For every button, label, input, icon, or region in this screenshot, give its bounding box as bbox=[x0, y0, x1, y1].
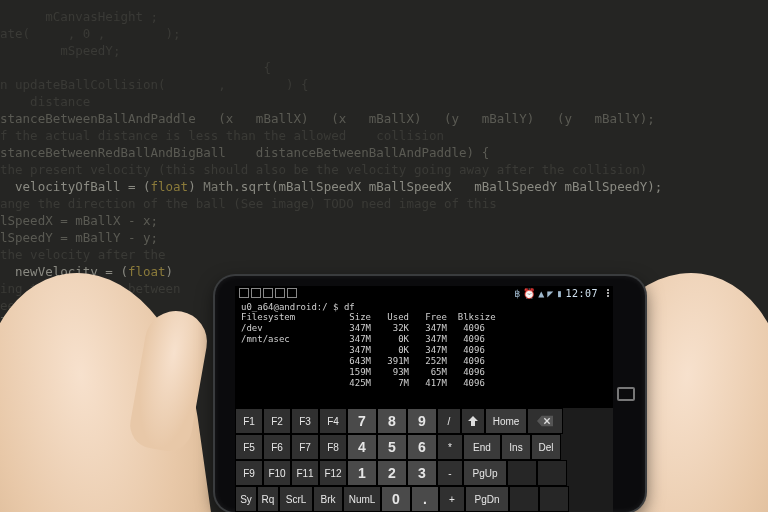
key-f2[interactable]: F2 bbox=[263, 408, 291, 434]
key-8[interactable]: 8 bbox=[377, 408, 407, 434]
phone-screen: ฿ ⏰ ▲ ◤ ▮ 12:07 u0_a64@android:/ $ df Fi… bbox=[235, 286, 613, 512]
key-9[interactable]: 9 bbox=[407, 408, 437, 434]
key-end[interactable]: End bbox=[463, 434, 501, 460]
key-del[interactable]: Del bbox=[531, 434, 561, 460]
signal-icon: ◤ bbox=[547, 288, 553, 299]
key-f1[interactable]: F1 bbox=[235, 408, 263, 434]
key-f9[interactable]: F9 bbox=[235, 460, 263, 486]
key-scrl[interactable]: ScrL bbox=[279, 486, 313, 512]
key-backspace[interactable] bbox=[527, 408, 563, 434]
key-f12[interactable]: F12 bbox=[319, 460, 347, 486]
key-f4[interactable]: F4 bbox=[319, 408, 347, 434]
key-brk[interactable]: Brk bbox=[313, 486, 343, 512]
alarm-icon: ⏰ bbox=[523, 288, 535, 299]
key-7[interactable]: 7 bbox=[347, 408, 377, 434]
key-blank bbox=[539, 486, 569, 512]
status-notification-icons bbox=[239, 288, 297, 298]
key-sy[interactable]: Sy bbox=[235, 486, 257, 512]
key-0[interactable]: 0 bbox=[381, 486, 411, 512]
key-f6[interactable]: F6 bbox=[263, 434, 291, 460]
key-4[interactable]: 4 bbox=[347, 434, 377, 460]
key-f8[interactable]: F8 bbox=[319, 434, 347, 460]
status-clock: 12:07 bbox=[565, 288, 598, 299]
key-blank bbox=[509, 486, 539, 512]
key-f7[interactable]: F7 bbox=[291, 434, 319, 460]
key-f3[interactable]: F3 bbox=[291, 408, 319, 434]
wifi-icon: ▲ bbox=[538, 288, 544, 299]
key-5[interactable]: 5 bbox=[377, 434, 407, 460]
terminal-output: Filesystem Size Used Free Blksize /dev 3… bbox=[235, 312, 613, 389]
android-status-bar: ฿ ⏰ ▲ ◤ ▮ 12:07 bbox=[235, 286, 613, 300]
soft-keyboard: F1F2F3F4789/HomeF5F6F7F8456*EndInsDelF9F… bbox=[235, 408, 613, 512]
key-[interactable]: + bbox=[439, 486, 465, 512]
key-home[interactable]: Home bbox=[485, 408, 527, 434]
key-blank bbox=[537, 460, 567, 486]
key-numl[interactable]: NumL bbox=[343, 486, 381, 512]
key-f5[interactable]: F5 bbox=[235, 434, 263, 460]
key-/[interactable]: / bbox=[437, 408, 461, 434]
key-ins[interactable]: Ins bbox=[501, 434, 531, 460]
key-1[interactable]: 1 bbox=[347, 460, 377, 486]
key-6[interactable]: 6 bbox=[407, 434, 437, 460]
terminal-prompt[interactable]: u0_a64@android:/ $ df bbox=[235, 300, 613, 312]
bluetooth-icon: ฿ bbox=[514, 288, 520, 299]
key-2[interactable]: 2 bbox=[377, 460, 407, 486]
phone-device: ฿ ⏰ ▲ ◤ ▮ 12:07 u0_a64@android:/ $ df Fi… bbox=[215, 276, 645, 512]
key-blank bbox=[507, 460, 537, 486]
key-pgdn[interactable]: PgDn bbox=[465, 486, 509, 512]
key-[interactable]: - bbox=[437, 460, 463, 486]
key-[interactable]: . bbox=[411, 486, 439, 512]
key-f10[interactable]: F10 bbox=[263, 460, 291, 486]
key-3[interactable]: 3 bbox=[407, 460, 437, 486]
key-[interactable]: * bbox=[437, 434, 463, 460]
key-pgup[interactable]: PgUp bbox=[463, 460, 507, 486]
key-f11[interactable]: F11 bbox=[291, 460, 319, 486]
battery-icon: ▮ bbox=[556, 288, 562, 299]
key-rq[interactable]: Rq bbox=[257, 486, 279, 512]
overflow-menu-icon[interactable] bbox=[607, 289, 609, 297]
key-shift-icon[interactable] bbox=[461, 408, 485, 434]
